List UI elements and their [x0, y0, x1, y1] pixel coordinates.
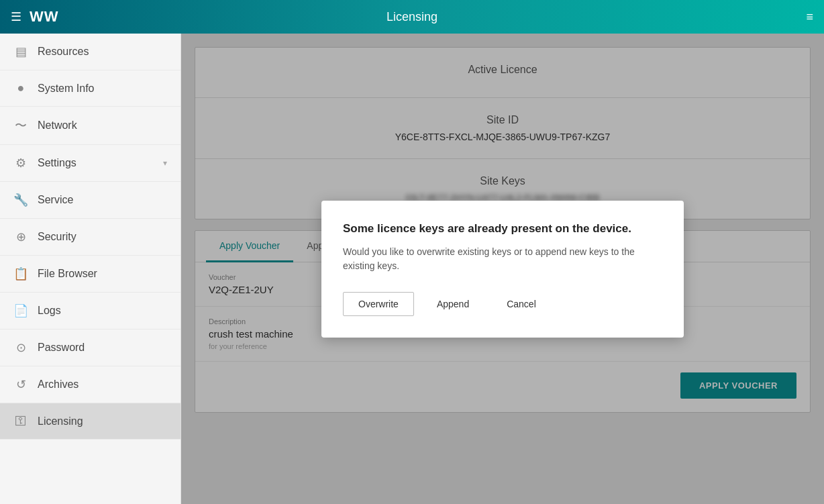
sidebar-item-file-browser[interactable]: 📋 File Browser: [0, 256, 181, 293]
sidebar-item-archives[interactable]: ↺ Archives: [0, 366, 181, 403]
dialog-overlay: Some licence keys are already present on…: [181, 34, 824, 504]
service-icon: 🔧: [13, 193, 28, 207]
dialog-title: Some licence keys are already present on…: [343, 222, 662, 236]
security-icon: ⊕: [13, 230, 28, 244]
sidebar-item-resources[interactable]: ▤ Resources: [0, 34, 181, 70]
sidebar-item-label: System Info: [38, 83, 167, 95]
sidebar-item-licensing[interactable]: ⚿ Licensing: [0, 403, 181, 440]
chevron-down-icon: ▾: [163, 158, 167, 168]
sidebar-item-system-info[interactable]: ● System Info: [0, 70, 181, 107]
sidebar-item-label: Network: [38, 119, 167, 132]
file-browser-icon: 📋: [13, 266, 28, 281]
dialog-body: Would you like to overwrite existing key…: [343, 245, 662, 273]
licensing-icon: ⚿: [13, 414, 28, 428]
sidebar-item-label: Service: [38, 194, 167, 206]
sidebar-item-network[interactable]: 〜 Network: [0, 107, 181, 145]
header-menu-icon[interactable]: ≡: [806, 10, 813, 24]
cancel-button[interactable]: Cancel: [492, 292, 551, 316]
sidebar-item-label: Logs: [38, 305, 167, 317]
logo: WW: [30, 8, 59, 26]
sidebar-item-label: Password: [38, 342, 167, 354]
main-layout: ▤ Resources ● System Info 〜 Network ⚙ Se…: [0, 34, 824, 504]
header-left: ☰ WW: [11, 8, 59, 26]
dialog: Some licence keys are already present on…: [321, 201, 684, 338]
network-icon: 〜: [13, 117, 28, 134]
sidebar-item-label: Licensing: [38, 415, 167, 427]
sidebar-item-security[interactable]: ⊕ Security: [0, 219, 181, 256]
settings-icon: ⚙: [13, 156, 28, 170]
append-button[interactable]: Append: [422, 292, 484, 316]
sidebar-item-settings[interactable]: ⚙ Settings ▾: [0, 145, 181, 182]
sidebar-item-label: Security: [38, 231, 167, 243]
sidebar-item-label: Resources: [38, 46, 167, 58]
sidebar-item-logs[interactable]: 📄 Logs: [0, 293, 181, 330]
content-area: Active Licence Site ID Y6CE-8TTS-FXCL-MJ…: [181, 34, 824, 504]
password-icon: ⊙: [13, 340, 28, 355]
resources-icon: ▤: [13, 44, 28, 59]
sidebar-item-service[interactable]: 🔧 Service: [0, 182, 181, 219]
overwrite-button[interactable]: Overwrite: [343, 292, 414, 316]
page-title: Licensing: [387, 10, 437, 24]
header: ☰ WW Licensing ≡: [0, 0, 824, 34]
hamburger-icon[interactable]: ☰: [11, 9, 21, 24]
sidebar: ▤ Resources ● System Info 〜 Network ⚙ Se…: [0, 34, 181, 504]
logs-icon: 📄: [13, 303, 28, 318]
dialog-actions: Overwrite Append Cancel: [343, 292, 662, 316]
sidebar-item-label: Settings: [38, 157, 154, 169]
sidebar-item-label: Archives: [38, 379, 167, 391]
sidebar-item-label: File Browser: [38, 268, 167, 280]
info-icon: ●: [13, 81, 28, 95]
sidebar-item-password[interactable]: ⊙ Password: [0, 330, 181, 366]
archives-icon: ↺: [13, 377, 28, 392]
